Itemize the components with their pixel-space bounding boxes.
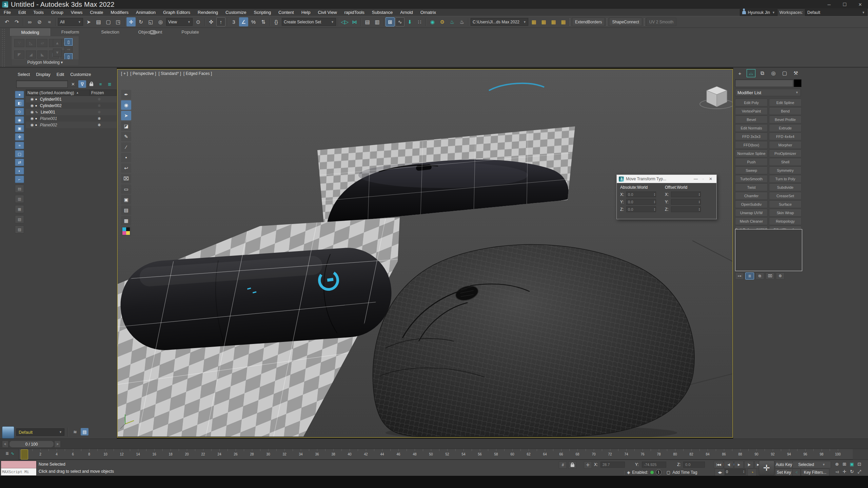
snaps-toggle-3d-icon[interactable]: 3 <box>229 17 238 26</box>
selection-lock-toggle[interactable] <box>568 461 576 469</box>
modifier-opensubdiv[interactable]: OpenSubdiv <box>735 201 768 208</box>
trackbar-filter-icon[interactable]: ∿ <box>11 451 14 456</box>
zoom-extents-icon[interactable]: ▣ <box>848 461 855 468</box>
uv-2-smooth-button[interactable]: UV 2 Smooth <box>646 18 676 26</box>
menu-substance[interactable]: Substance <box>368 9 396 16</box>
modifier-chamfer[interactable]: Chamfer <box>735 192 768 200</box>
pin-stack-icon[interactable]: ⊶ <box>735 272 744 280</box>
percent-snap-toggle-icon[interactable]: % <box>249 17 258 26</box>
modifier-sweep[interactable]: Sweep <box>735 167 768 174</box>
display-toggle-4-icon[interactable]: ▧ <box>15 215 24 223</box>
select-and-scale-icon[interactable]: ◱ <box>146 17 155 26</box>
key-filter-icon[interactable]: ⁖ <box>792 469 801 476</box>
object-name-field[interactable] <box>735 79 793 87</box>
menu-civil-view[interactable]: Civil View <box>314 9 340 16</box>
notification-badge[interactable]: 1 <box>656 469 662 475</box>
perspective-viewport[interactable]: [ + ][ Perspective ][ Standard* ][ Edged… <box>117 69 733 438</box>
viewport-canvas[interactable] <box>118 69 732 437</box>
modifier-turn-to-poly[interactable]: Turn to Poly <box>769 175 802 183</box>
project-folder-dropdown[interactable]: C:\Users\JI...ds Max 2022▼ <box>471 18 528 26</box>
modifier-turbosmooth[interactable]: TurboSmooth <box>735 175 768 183</box>
modifier-list-dropdown[interactable]: Modifier List ▼ <box>735 89 801 96</box>
modifier-subdivide[interactable]: Subdivide <box>769 184 802 191</box>
annotate-camera-icon[interactable]: ▣ <box>121 195 131 204</box>
lock-icon[interactable] <box>87 80 95 88</box>
minimize-button[interactable]: ─ <box>821 0 837 9</box>
explorer-menu-edit[interactable]: Edit <box>57 72 64 77</box>
zoom-icon[interactable]: ⊕ <box>833 461 841 468</box>
visibility-eye-icon[interactable]: ◉ <box>31 103 34 108</box>
spinner-arrows[interactable]: ▴▾ <box>699 200 700 204</box>
coordinate-display-icon[interactable]: ✛ <box>584 461 592 469</box>
menu-create[interactable]: Create <box>86 9 107 16</box>
modifier-ffd-3x3x3[interactable]: FFD 3x3x3 <box>735 133 768 140</box>
dialog-maximize-button[interactable]: ▫ <box>699 176 707 182</box>
current-frame-field[interactable]: 0▴▾ <box>725 469 746 475</box>
scene-explorer-icon[interactable]: ▤ <box>81 428 88 435</box>
modifier-vertexpaint[interactable]: VertexPaint <box>735 107 768 115</box>
zoom-all-icon[interactable]: ⊞ <box>841 461 848 468</box>
use-pivot-point-center-icon[interactable]: ⊙ <box>194 17 203 26</box>
filter-bones-icon[interactable]: ⌐ <box>15 176 24 183</box>
ribbon-side-button-2[interactable]: ⊸ <box>64 46 73 53</box>
frozen-icon[interactable]: ❄ <box>98 97 101 102</box>
explorer-menu-select[interactable]: Select <box>18 72 30 77</box>
ribbon-tab-populate[interactable]: Populate <box>170 28 210 36</box>
menu-edit[interactable]: Edit <box>15 9 29 16</box>
layer-view-icon[interactable]: ≣ <box>106 80 114 88</box>
modifier-symmetry[interactable]: Symmetry <box>769 167 802 174</box>
menu-arnold[interactable]: Arnold <box>396 9 417 16</box>
asset-tool-1-icon[interactable]: ▦ <box>529 17 538 26</box>
edit-named-selection-sets-icon[interactable]: {} <box>272 17 281 26</box>
display-toggle-5-icon[interactable]: ▨ <box>15 225 24 233</box>
auto-key-button[interactable]: Auto Key <box>775 461 793 468</box>
zoom-extents-all-icon[interactable]: ⊡ <box>856 461 863 468</box>
orbit-icon[interactable]: ↻ <box>848 468 855 475</box>
select-and-rotate-icon[interactable]: ↻ <box>136 17 145 26</box>
subobject-button-2[interactable]: ◺ <box>26 39 36 47</box>
z-coordinate-field[interactable]: 0.0 <box>683 462 705 468</box>
ribbon-tab-freeform[interactable]: Freeform <box>50 28 90 36</box>
explorer-menu-display[interactable]: Display <box>36 72 51 77</box>
menu-rendering[interactable]: Rendering <box>194 9 222 16</box>
modifier-push[interactable]: Push <box>735 158 768 166</box>
angle-snap-toggle-icon[interactable]: ∠ <box>239 17 248 26</box>
menu-animation[interactable]: Animation <box>132 9 159 16</box>
maxscript-pink-row[interactable] <box>1 461 36 468</box>
absolute-y-field[interactable]: 0.0▴▾ <box>626 199 656 205</box>
object-color-swatch[interactable] <box>794 79 802 87</box>
spinner-arrows[interactable]: ▴▾ <box>654 193 655 196</box>
toolbar-drag-handle[interactable] <box>644 18 645 26</box>
select-and-link-icon[interactable]: ∞ <box>25 17 34 26</box>
layers-icon[interactable]: ≋ <box>71 428 79 435</box>
maxscript-mini-listener[interactable]: MAXScript Mi <box>1 461 37 476</box>
modifier-morpher[interactable]: Morpher <box>769 141 802 149</box>
remove-modifier-icon[interactable]: ⌧ <box>766 272 774 280</box>
hierarchy-view-icon[interactable]: ≡ <box>97 80 104 88</box>
move-transform-type-in-dialog[interactable]: 3 Move Transform Typ... —▫✕ Absolute:Wor… <box>616 175 717 219</box>
modifier-ffd-4x4x4[interactable]: FFD 4x4x4 <box>769 133 802 140</box>
play-button[interactable]: ▶ <box>734 461 744 468</box>
menu-customize[interactable]: Customize <box>222 9 250 16</box>
maximize-viewport-toggle-icon[interactable]: ⤢ <box>856 468 863 475</box>
bind-to-space-warp-icon[interactable]: ≈ <box>45 17 54 26</box>
column-frozen[interactable]: Frozen <box>89 90 104 96</box>
time-configuration-icon[interactable]: ◔ <box>747 469 757 476</box>
frozen-icon[interactable]: ❄ <box>98 123 101 127</box>
viewport-menu-shading[interactable]: [ Edged Faces ] <box>183 71 212 76</box>
dialog-close-button[interactable]: ✕ <box>707 176 714 182</box>
wireframe-mouse-mesh[interactable] <box>373 244 694 437</box>
modifier-shell[interactable]: Shell <box>769 158 802 166</box>
mirror-icon[interactable]: ◁▷ <box>340 17 349 26</box>
annotate-undo-icon[interactable]: ↩ <box>121 163 131 173</box>
select-by-name-icon[interactable]: ▤ <box>94 17 103 26</box>
offset-y-field[interactable]: ▴▾ <box>671 199 701 205</box>
ribbon-tab-modeling[interactable]: Modeling <box>10 28 50 36</box>
workspace-selector[interactable]: Default ▼ <box>805 9 867 16</box>
dialog-title-bar[interactable]: 3 Move Transform Typ... —▫✕ <box>617 175 716 183</box>
viewport-menu-general[interactable]: [ + ] <box>121 71 128 76</box>
field-of-view-icon[interactable]: ◅ <box>833 468 841 475</box>
annotate-dot-icon[interactable]: • <box>121 153 131 162</box>
time-slider-handle[interactable] <box>21 449 28 460</box>
spinner-arrows[interactable]: ▴▾ <box>699 208 700 211</box>
